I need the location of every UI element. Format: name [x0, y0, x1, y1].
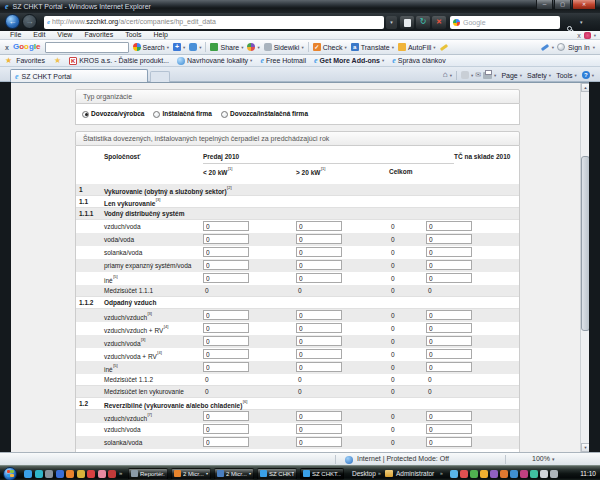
- stock-input[interactable]: [426, 234, 472, 244]
- zoom-level[interactable]: 100%: [532, 453, 550, 465]
- tools-menu[interactable]: Tools: [556, 72, 572, 79]
- toolbar-chevron[interactable]: »: [440, 466, 443, 480]
- stat-input[interactable]: [296, 221, 342, 231]
- plus-button[interactable]: ▾: [173, 43, 185, 51]
- stat-input[interactable]: [296, 437, 342, 447]
- compatibility-view-button[interactable]: [400, 16, 414, 29]
- url-dropdown-button[interactable]: ▾: [386, 16, 397, 29]
- chevron-down-icon[interactable]: ▾: [520, 73, 522, 78]
- scroll-up-button[interactable]: ▲: [581, 83, 589, 92]
- chevron-down-icon[interactable]: ▾: [471, 73, 473, 78]
- radio-selected[interactable]: [82, 111, 89, 118]
- radio-unselected[interactable]: [221, 111, 228, 118]
- snagit-icon[interactable]: [584, 32, 591, 39]
- print-icon[interactable]: [483, 72, 492, 79]
- tray-icon[interactable]: [520, 470, 528, 478]
- toolbar-close-icon[interactable]: x: [577, 32, 581, 39]
- translate-button[interactable]: Translate▾: [351, 43, 394, 51]
- quick-launch-icon[interactable]: [87, 470, 95, 478]
- stat-input[interactable]: [203, 247, 249, 257]
- quick-launch-icon[interactable]: [24, 470, 32, 478]
- maximize-button[interactable]: ▢: [554, 0, 571, 10]
- desktop-toolbar[interactable]: Desktop: [352, 466, 376, 480]
- add-favorite-icon[interactable]: ★: [54, 57, 61, 65]
- chevron-down-icon[interactable]: ▾: [549, 73, 551, 78]
- stat-input[interactable]: [203, 310, 249, 320]
- chevron-down-icon[interactable]: ▾: [574, 73, 576, 78]
- chevron-down-icon[interactable]: ▾: [552, 45, 554, 50]
- radio-option[interactable]: Dovozca/inštalačná firma: [221, 110, 308, 118]
- quick-launch-icon[interactable]: [98, 470, 106, 478]
- stat-input[interactable]: [296, 424, 342, 434]
- menu-item-file[interactable]: File: [4, 31, 27, 39]
- menu-item-favorites[interactable]: Favorites: [78, 31, 119, 39]
- favorites-bar-item[interactable]: KKROS a.s. - Ďalšie produkt...: [69, 57, 169, 65]
- taskbar-button[interactable]: SZ CHKT...: [257, 468, 297, 480]
- minimize-button[interactable]: ─: [536, 0, 553, 10]
- taskbar-button[interactable]: SZ CHKT...: [300, 468, 344, 480]
- help-icon[interactable]: ?: [582, 71, 590, 79]
- taskbar-button[interactable]: 2 Micr...▾: [171, 468, 211, 480]
- zoom-dropdown-button[interactable]: ▾: [552, 453, 555, 465]
- stock-input[interactable]: [426, 273, 472, 283]
- quick-launch-icon[interactable]: [77, 470, 85, 478]
- sign-in-button[interactable]: Sign In: [568, 44, 590, 51]
- favorites-bar-item[interactable]: eSpráva článkov: [392, 57, 445, 65]
- search-dropdown-button[interactable]: ▾: [580, 16, 583, 28]
- favorites-bar-item[interactable]: eGet More Add-ons▾: [314, 57, 384, 65]
- pen-icon[interactable]: [541, 43, 549, 50]
- tab-sz-chkt-portal[interactable]: e SZ CHKT Portal: [10, 69, 148, 82]
- stock-input[interactable]: [426, 336, 472, 346]
- stat-input[interactable]: [296, 336, 342, 346]
- stock-input[interactable]: [426, 323, 472, 333]
- forward-button[interactable]: →: [22, 14, 37, 29]
- stock-input[interactable]: [426, 362, 472, 372]
- stat-input[interactable]: [203, 260, 249, 270]
- menu-item-view[interactable]: View: [51, 31, 78, 39]
- stat-input[interactable]: [203, 273, 249, 283]
- stat-input[interactable]: [203, 323, 249, 333]
- stat-input[interactable]: [203, 437, 249, 447]
- quick-launch-icon[interactable]: [56, 470, 64, 478]
- share-button[interactable]: Share▾: [210, 43, 243, 51]
- toolbar-chevron[interactable]: »: [378, 466, 381, 480]
- quick-launch-icon[interactable]: [45, 470, 53, 478]
- stat-input[interactable]: [296, 247, 342, 257]
- autofill-button[interactable]: AutoFill▾: [398, 43, 436, 51]
- scrollbar-thumb[interactable]: [581, 156, 589, 331]
- stock-input[interactable]: [426, 349, 472, 359]
- favorites-bar-item[interactable]: Navrhované lokality▾: [177, 57, 252, 65]
- chevron-down-icon[interactable]: ▾: [494, 73, 496, 78]
- quick-launch-overflow-chevron[interactable]: »: [119, 466, 122, 480]
- stat-input[interactable]: [296, 323, 342, 333]
- url-input[interactable]: ehttp://www.szchkt.org/a/cert/companies/…: [44, 16, 384, 29]
- chevron-down-icon[interactable]: ▾: [450, 73, 452, 78]
- administrator-toolbar[interactable]: Administrator: [396, 466, 434, 480]
- vertical-scrollbar[interactable]: ▲ ▼: [580, 83, 589, 452]
- radio-unselected[interactable]: [153, 111, 160, 118]
- stat-input[interactable]: [296, 234, 342, 244]
- back-button[interactable]: ←: [5, 14, 20, 29]
- stock-input[interactable]: [426, 247, 472, 257]
- taskbar-button[interactable]: Reportér...: [128, 468, 168, 480]
- stock-input[interactable]: [426, 424, 472, 434]
- stock-input[interactable]: [426, 437, 472, 447]
- feeds-icon[interactable]: [461, 71, 469, 79]
- tray-icon[interactable]: [530, 470, 538, 478]
- stat-input[interactable]: [203, 349, 249, 359]
- search-input[interactable]: Google: [450, 16, 560, 29]
- tray-icon[interactable]: [460, 470, 468, 478]
- stock-input[interactable]: [426, 221, 472, 231]
- taskbar-clock[interactable]: 11:10: [580, 466, 596, 480]
- radio-option[interactable]: Inštalačná firma: [153, 110, 212, 118]
- stock-input[interactable]: [426, 310, 472, 320]
- quick-launch-icon[interactable]: [66, 470, 74, 478]
- stat-input[interactable]: [296, 362, 342, 372]
- close-button[interactable]: ✕: [572, 0, 596, 10]
- tray-icon[interactable]: [550, 470, 558, 478]
- tray-icon[interactable]: [500, 470, 508, 478]
- tray-icon[interactable]: [480, 470, 488, 478]
- stat-input[interactable]: [203, 234, 249, 244]
- stat-input[interactable]: [296, 260, 342, 270]
- scroll-down-button[interactable]: ▼: [581, 443, 589, 452]
